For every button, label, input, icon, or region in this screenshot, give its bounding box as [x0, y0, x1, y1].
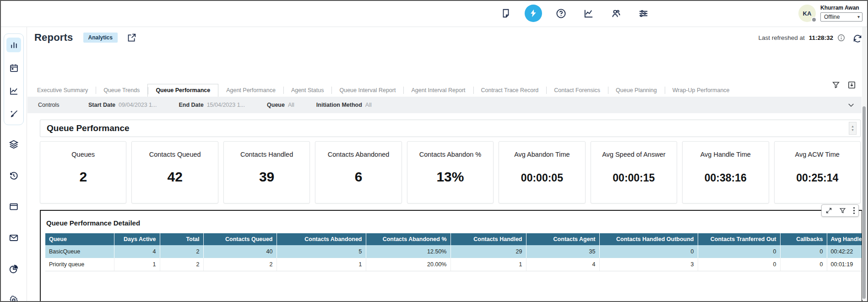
last-refreshed-time: 11:28:32 — [809, 34, 833, 41]
tab-agent-status[interactable]: Agent Status — [283, 84, 332, 97]
sidebar-item-layers[interactable] — [6, 137, 21, 152]
sidebar — [1, 27, 27, 302]
settings-sliders-icon[interactable] — [635, 5, 652, 22]
detailed-table-wrap[interactable]: Queue Days Active Total Contacts Queued … — [45, 233, 862, 271]
sidebar-item-mail[interactable] — [6, 231, 21, 245]
card-contacts-handled: Contacts Handled 39 — [223, 141, 310, 203]
initiation-method-filter[interactable]: Initiation Method All — [316, 102, 372, 108]
table-row-priority-queue[interactable]: Priority queue 1 2 2 1 20.00% 1 4 3 0 0 … — [45, 258, 862, 271]
sidebar-item-pie-chart[interactable] — [6, 262, 21, 276]
card-avg-handle-time: Avg Handle Time 00:38:16 — [682, 141, 769, 203]
sidebar-analytics-group — [4, 33, 24, 125]
expand-icon[interactable] — [825, 207, 832, 214]
col-avg-handle[interactable]: Avg Handle Time — [827, 233, 862, 245]
sidebar-item-trends[interactable] — [6, 83, 21, 98]
queue-performance-detailed-table: Queue Days Active Total Contacts Queued … — [45, 233, 862, 271]
card-avg-abandon-time: Avg Abandon Time 00:00:05 — [499, 141, 585, 203]
refresh-icon[interactable] — [852, 33, 863, 44]
kebab-menu-icon[interactable] — [853, 207, 855, 214]
tab-contract-trace-record[interactable]: Contract Trace Record — [473, 84, 547, 97]
tab-agent-interval-report[interactable]: Agent Interval Report — [403, 84, 473, 97]
controls-label: Controls — [38, 102, 88, 108]
queue-performance-section: Queue Performance ▲▼ — [40, 120, 861, 137]
topbar: KA Khurram Awan Offline ▾ — [1, 1, 867, 27]
sidebar-item-reports[interactable] — [6, 38, 21, 52]
report-tabs: Executive Summary Queue Trends Queue Per… — [29, 84, 858, 97]
controls-collapse-chevron-icon[interactable] — [847, 101, 855, 109]
quick-actions-icon[interactable] — [525, 5, 542, 22]
sidebar-item-calendar[interactable] — [6, 60, 21, 75]
status-value: Offline — [824, 14, 840, 20]
scrollbar-thumb[interactable] — [863, 106, 866, 299]
metrics-icon[interactable] — [580, 5, 597, 22]
col-days-active[interactable]: Days Active — [114, 233, 160, 245]
sidebar-item-window[interactable] — [6, 199, 21, 214]
table-row-basicqueue[interactable]: BasicQueue 4 2 40 5 12.50% 29 35 0 0 0 0… — [45, 245, 862, 258]
col-contacts-agent[interactable]: Contacts Agent — [526, 233, 599, 245]
status-dot — [811, 17, 817, 22]
page-title: Reports — [34, 32, 73, 44]
tab-agent-performance[interactable]: Agent Performance — [218, 84, 283, 97]
col-contacts-abandoned-pct[interactable]: Contacts Abandoned % — [366, 233, 450, 245]
info-icon[interactable] — [837, 34, 845, 42]
sidebar-item-history[interactable] — [6, 168, 21, 183]
col-callbacks[interactable]: Callbacks — [780, 233, 827, 245]
tab-contact-forensics[interactable]: Contact Forensics — [546, 84, 608, 97]
page-header: Reports Analytics Last refreshed at 11:2… — [34, 29, 861, 46]
analytics-badge: Analytics — [83, 33, 118, 43]
user-name: Khurram Awan — [820, 5, 859, 11]
card-queues: Queues 2 — [40, 141, 126, 203]
card-avg-speed-of-answer: Avg Speed of Answer 00:00:15 — [591, 141, 677, 203]
user-block: KA Khurram Awan Offline ▾ — [798, 5, 863, 22]
tab-queue-interval-report[interactable]: Queue Interval Report — [331, 84, 403, 97]
status-select[interactable]: Offline ▾ — [820, 12, 863, 22]
tab-queue-planning[interactable]: Queue Planning — [608, 84, 665, 97]
stepper-down-icon: ▼ — [851, 128, 854, 132]
sidebar-item-settings[interactable] — [6, 293, 21, 302]
users-icon[interactable] — [607, 5, 624, 22]
topbar-icons — [497, 5, 652, 22]
open-external-icon[interactable] — [127, 33, 136, 43]
metric-cards: Queues 2 Contacts Queued 42 Contacts Han… — [40, 141, 861, 203]
col-contacts-abandoned[interactable]: Contacts Abandoned — [277, 233, 366, 245]
card-contacts-abandon-pct: Contacts Abandon % 13% — [407, 141, 494, 203]
queue-filter[interactable]: Queue All — [267, 102, 294, 108]
table-filter-icon[interactable] — [839, 207, 846, 214]
app-window: KA Khurram Awan Offline ▾ — [0, 0, 868, 302]
section-title: Queue Performance — [47, 123, 130, 133]
detailed-table-title: Queue Performance Detailed — [46, 219, 862, 227]
col-queue[interactable]: Queue — [45, 233, 114, 245]
end-date-filter[interactable]: End Date 15/04/2023 1... — [179, 102, 245, 108]
notes-icon[interactable] — [497, 5, 515, 22]
start-date-filter[interactable]: Start Date 09/04/2023 1... — [88, 102, 157, 108]
section-stepper[interactable]: ▲▼ — [849, 122, 857, 135]
card-avg-acw-time: Avg ACW Time 00:25:14 — [774, 141, 861, 203]
tab-queue-trends[interactable]: Queue Trends — [96, 84, 147, 97]
card-contacts-queued: Contacts Queued 42 — [131, 141, 218, 203]
avatar[interactable]: KA — [798, 5, 816, 22]
col-contacts-handled-outbound[interactable]: Contacts Handled Outbound — [599, 233, 698, 245]
col-contacts-queued[interactable]: Contacts Queued — [203, 233, 277, 245]
vertical-scrollbar[interactable] — [862, 27, 866, 300]
card-contacts-abandoned: Contacts Abandoned 6 — [315, 141, 401, 203]
col-contacts-handled[interactable]: Contacts Handled — [450, 233, 526, 245]
stepper-up-icon: ▲ — [851, 125, 854, 128]
last-refreshed-label: Last refreshed at — [758, 34, 804, 41]
avatar-initials: KA — [803, 10, 812, 17]
help-icon[interactable] — [552, 5, 570, 22]
tab-queue-performance[interactable]: Queue Performance — [147, 84, 218, 97]
queue-performance-detailed-panel: Queue Performance Detailed Queue Days Ac… — [40, 210, 863, 302]
table-header-row: Queue Days Active Total Contacts Queued … — [45, 233, 862, 245]
controls-bar: Controls Start Date 09/04/2023 1... End … — [27, 97, 862, 113]
last-refreshed: Last refreshed at 11:28:32 — [758, 34, 861, 42]
tab-executive-summary[interactable]: Executive Summary — [29, 84, 96, 97]
col-total[interactable]: Total — [160, 233, 203, 245]
col-contacts-tranferred-out[interactable]: Contacts Tranferred Out — [698, 233, 780, 245]
panel-toolbar — [821, 204, 859, 217]
chevron-down-icon: ▾ — [857, 14, 860, 19]
tab-wrap-up-performance[interactable]: Wrap-Up Performance — [665, 84, 738, 97]
sidebar-item-designer[interactable] — [6, 106, 21, 121]
